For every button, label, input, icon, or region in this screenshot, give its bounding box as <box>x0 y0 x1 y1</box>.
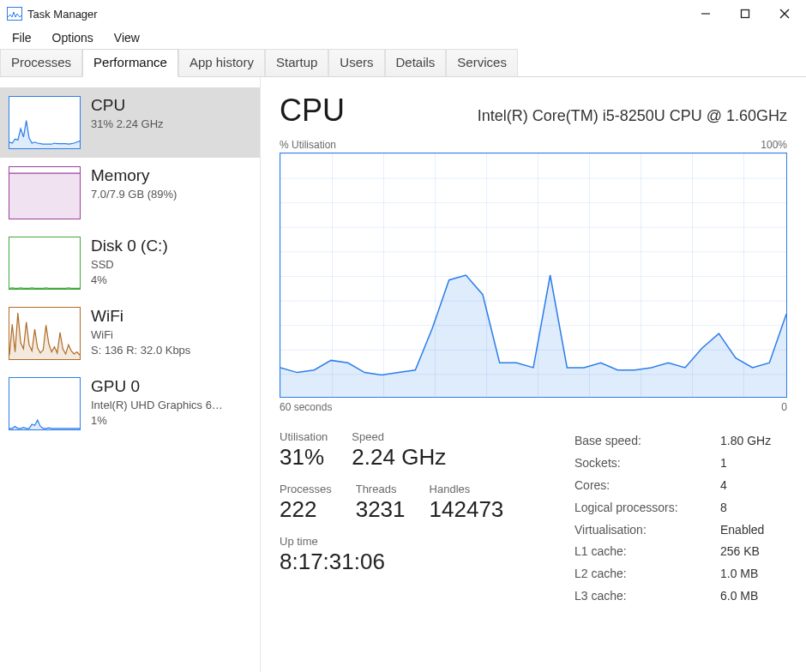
stat-key: Virtualisation: <box>574 519 720 542</box>
sidebar-thumb <box>9 237 81 290</box>
close-button[interactable] <box>765 1 804 27</box>
title-bar: Task Manager <box>0 0 806 27</box>
stat-value: Enabled <box>720 519 764 542</box>
sidebar-item-line2: 4% <box>91 273 168 288</box>
chart-ymax: 100% <box>761 139 787 151</box>
stat-row: Base speed:1.80 GHz <box>574 430 787 453</box>
sidebar-item-title: Disk 0 (C:) <box>91 237 168 255</box>
sidebar-item-title: WiFi <box>91 307 190 326</box>
perf-main: CPU Intel(R) Core(TM) i5-8250U CPU @ 1.6… <box>261 77 806 672</box>
chart-xmax: 60 seconds <box>280 401 332 413</box>
sidebar-item-line1: SSD <box>91 257 168 273</box>
uptime-label: Up time <box>280 535 385 548</box>
stat-key: Cores: <box>574 475 720 497</box>
tab-users[interactable]: Users <box>328 49 384 76</box>
sidebar-item-line2: 1% <box>91 413 223 429</box>
chart-xmin: 0 <box>781 401 787 413</box>
svg-line-3 <box>780 9 789 18</box>
stat-value: 1 <box>720 453 727 475</box>
stat-row: L1 cache:256 KB <box>574 541 787 563</box>
tab-processes[interactable]: Processes <box>0 49 82 76</box>
maximize-button[interactable] <box>725 1 765 27</box>
stat-value: 4 <box>720 475 727 497</box>
stat-row: Cores:4 <box>574 475 787 497</box>
sidebar-thumb <box>9 377 81 430</box>
sidebar-item-line1: 31% 2.24 GHz <box>91 117 164 132</box>
tab-app-history[interactable]: App history <box>178 49 265 76</box>
sidebar-item-line1: 7.0/7.9 GB (89%) <box>91 187 177 202</box>
stat-value: 256 KB <box>720 541 760 563</box>
stat-key: L3 cache: <box>574 585 720 608</box>
stat-value: 1.0 MB <box>720 563 758 585</box>
stat-key: L2 cache: <box>574 563 720 585</box>
stat-key: L1 cache: <box>574 541 720 563</box>
utilisation-label: Utilisation <box>280 430 328 443</box>
sidebar-item-title: CPU <box>91 96 164 115</box>
stat-row: L2 cache:1.0 MB <box>574 563 787 585</box>
stat-key: Base speed: <box>574 430 720 453</box>
stat-value: 1.80 GHz <box>720 430 771 453</box>
sidebar-item-memory[interactable]: Memory 7.0/7.9 GB (89%) <box>0 158 260 228</box>
stat-row: Virtualisation:Enabled <box>574 519 787 542</box>
sidebar-thumb <box>9 96 81 149</box>
uptime-value: 8:17:31:06 <box>280 549 385 575</box>
handles-label: Handles <box>430 483 504 495</box>
sidebar-item-title: Memory <box>91 166 177 185</box>
sidebar-item-cpu[interactable]: CPU 31% 2.24 GHz <box>0 87 260 158</box>
svg-line-4 <box>780 9 789 18</box>
secondary-stats: Base speed:1.80 GHzSockets:1Cores:4Logic… <box>574 430 787 608</box>
hardware-name: Intel(R) Core(TM) i5-8250U CPU @ 1.60GHz <box>478 107 787 125</box>
threads-value: 3231 <box>356 497 406 523</box>
app-icon <box>7 7 22 21</box>
perf-sidebar: CPU 31% 2.24 GHz Memory 7.0/7.9 GB (89%)… <box>0 77 261 672</box>
tab-details[interactable]: Details <box>385 49 447 76</box>
menu-options[interactable]: Options <box>44 29 102 46</box>
stat-row: L3 cache:6.0 MB <box>574 585 787 608</box>
tab-strip: Processes Performance App history Startu… <box>0 48 806 77</box>
sidebar-thumb <box>9 307 81 360</box>
menu-bar: File Options View <box>0 27 806 48</box>
stat-value: 8 <box>720 497 727 519</box>
speed-label: Speed <box>352 430 446 443</box>
stat-row: Logical processors:8 <box>574 497 787 519</box>
sidebar-thumb <box>9 166 81 219</box>
threads-label: Threads <box>356 483 406 495</box>
stat-value: 6.0 MB <box>720 585 758 608</box>
menu-view[interactable]: View <box>105 29 148 46</box>
processes-value: 222 <box>280 497 332 523</box>
minimize-button[interactable] <box>686 1 725 27</box>
sidebar-item-wifi[interactable]: WiFi WiFi S: 136 R: 32.0 Kbps <box>0 298 260 369</box>
sidebar-item-line2: S: 136 R: 32.0 Kbps <box>91 343 190 358</box>
sidebar-item-line1: WiFi <box>91 327 190 343</box>
page-title: CPU <box>280 93 345 129</box>
tab-services[interactable]: Services <box>446 49 518 76</box>
svg-rect-2 <box>742 10 749 18</box>
chart-ylabel: % Utilisation <box>280 139 336 151</box>
stat-key: Sockets: <box>574 453 720 475</box>
sidebar-item-disk-0-c-[interactable]: Disk 0 (C:) SSD 4% <box>0 228 260 298</box>
primary-stats: Utilisation 31% Speed 2.24 GHz Processes… <box>280 430 537 608</box>
speed-value: 2.24 GHz <box>352 445 446 471</box>
utilisation-value: 31% <box>280 445 328 471</box>
sidebar-item-line1: Intel(R) UHD Graphics 6… <box>91 398 223 413</box>
processes-label: Processes <box>280 483 332 495</box>
sidebar-item-gpu-0[interactable]: GPU 0 Intel(R) UHD Graphics 6… 1% <box>0 369 260 439</box>
tab-performance[interactable]: Performance <box>82 49 178 77</box>
cpu-chart <box>280 153 787 398</box>
app-title: Task Manager <box>27 8 98 21</box>
tab-startup[interactable]: Startup <box>265 49 328 76</box>
menu-file[interactable]: File <box>3 29 40 46</box>
handles-value: 142473 <box>430 497 504 523</box>
stat-key: Logical processors: <box>574 497 720 519</box>
stat-row: Sockets:1 <box>574 453 787 475</box>
sidebar-item-title: GPU 0 <box>91 377 223 396</box>
